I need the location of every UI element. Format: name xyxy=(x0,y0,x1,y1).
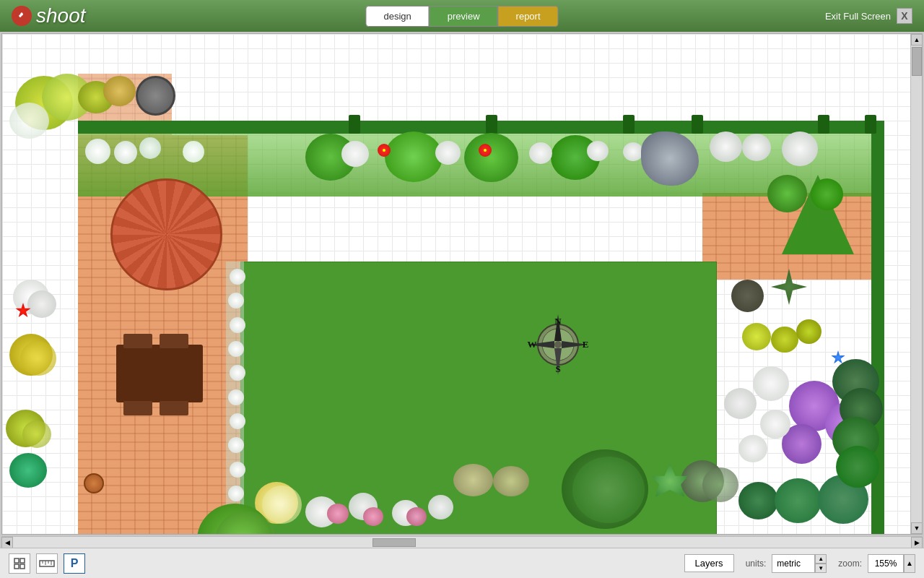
units-up-arrow[interactable]: ▲ xyxy=(815,554,827,564)
logo: shoot xyxy=(12,4,86,27)
footer-toolbar: P Layers units: metric ▲ ▼ zoom: 155% ▲ xyxy=(0,548,924,578)
tab-report[interactable]: report xyxy=(498,6,559,27)
svg-rect-13 xyxy=(20,558,25,563)
exit-fullscreen-area: Exit Full Screen X xyxy=(825,8,912,24)
scrollbar-bottom: ◀ ▶ xyxy=(1,536,923,548)
scrollbar-down-button[interactable]: ▼ xyxy=(911,522,923,534)
svg-text:W: W xyxy=(528,339,537,350)
scrollbar-bottom-thumb[interactable] xyxy=(372,538,416,547)
tabs-container: design preview report xyxy=(365,6,558,27)
scrollbar-left-button[interactable]: ◀ xyxy=(1,537,13,548)
scrollbar-right-thumb[interactable] xyxy=(912,47,922,76)
zoom-display: 155% xyxy=(868,554,904,573)
grid-button[interactable] xyxy=(9,553,30,574)
logo-icon xyxy=(12,6,32,26)
units-stepper[interactable]: ▲ ▼ xyxy=(815,554,827,573)
tab-preview[interactable]: preview xyxy=(430,6,498,27)
main-area: N S E W ▲ ▼ xyxy=(0,32,924,578)
scrollbar-bottom-track xyxy=(13,537,911,548)
compass: N S E W xyxy=(522,309,594,381)
svg-text:S: S xyxy=(555,363,560,374)
canvas-wrapper: N S E W ▲ ▼ xyxy=(1,33,923,535)
scrollbar-up-button[interactable]: ▲ xyxy=(911,34,923,46)
garden-canvas[interactable]: N S E W xyxy=(2,34,910,534)
svg-text:N: N xyxy=(554,316,562,327)
scrollbar-right[interactable]: ▲ ▼ xyxy=(910,34,922,534)
svg-rect-12 xyxy=(14,558,19,563)
svg-rect-16 xyxy=(40,561,54,566)
paragraph-button[interactable]: P xyxy=(64,553,85,574)
units-value: metric xyxy=(777,558,801,569)
units-label: units: xyxy=(746,558,767,569)
units-select[interactable]: metric xyxy=(772,554,815,573)
tab-design[interactable]: design xyxy=(365,6,429,27)
units-down-arrow[interactable]: ▼ xyxy=(815,564,827,573)
svg-text:E: E xyxy=(583,339,589,350)
zoom-up-button[interactable]: ▲ xyxy=(904,554,915,573)
svg-point-7 xyxy=(554,341,562,348)
svg-rect-15 xyxy=(20,564,25,569)
header: shoot design preview report Exit Full Sc… xyxy=(0,0,924,32)
app: shoot design preview report Exit Full Sc… xyxy=(0,0,924,578)
layers-button[interactable]: Layers xyxy=(684,554,734,572)
svg-rect-14 xyxy=(14,564,19,569)
close-button[interactable]: X xyxy=(897,8,912,24)
zoom-label: zoom: xyxy=(838,558,862,569)
scrollbar-right-button[interactable]: ▶ xyxy=(911,537,923,548)
logo-text: shoot xyxy=(36,4,86,27)
scrollbar-right-track xyxy=(911,46,922,522)
exit-fullscreen-label[interactable]: Exit Full Screen xyxy=(825,11,891,22)
ruler-button[interactable] xyxy=(36,553,58,574)
